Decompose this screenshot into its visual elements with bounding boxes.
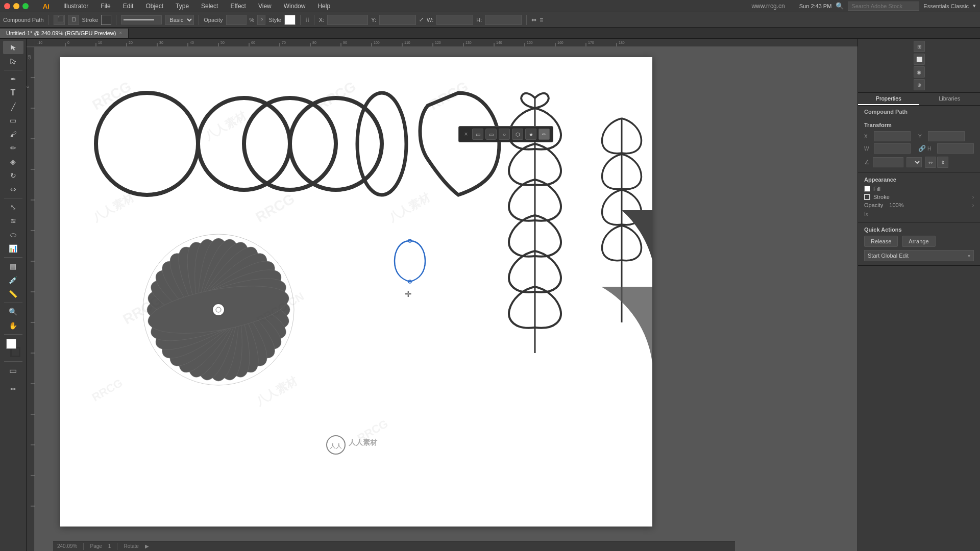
menu-effect[interactable]: Effect [228,2,248,11]
selection-tool[interactable] [3,41,23,54]
path-fill-btn[interactable]: ◻ [68,15,79,25]
status-arrow[interactable]: ▶ [145,543,149,549]
panel-icon-4[interactable]: ⊕ [914,79,925,90]
scale-tool[interactable]: ⤡ [3,201,23,214]
line-tool[interactable]: ╱ [3,100,23,113]
more-tools-btn[interactable]: ••• [3,382,23,395]
x-input[interactable]: 110.447 r [327,15,368,25]
menu-window[interactable]: Window [282,2,308,11]
menu-view[interactable]: View [256,2,274,11]
ft-pencil-btn[interactable]: ✏ [538,129,550,140]
search-adobe-stock[interactable] [848,2,919,11]
stroke-swatch[interactable] [864,194,870,200]
type-tool[interactable]: T [3,86,23,99]
mirror-tool[interactable]: ⇔ [3,183,23,196]
svg-point-85 [216,307,221,312]
chart-tool[interactable]: 📊 [3,242,23,255]
profile-select[interactable]: Basic [165,15,194,25]
active-tab[interactable]: Untitled-1* @ 240.09% (RGB/GPU Preview) … [0,29,129,38]
menu-file[interactable]: File [99,2,112,11]
svg-text:90: 90 [343,41,347,44]
svg-text:-10: -10 [37,41,42,44]
start-global-edit-dropdown[interactable]: Start Global Edit ▾ [864,250,974,261]
tab-properties[interactable]: Properties [858,93,919,105]
blend-tool[interactable]: ⬭ [3,228,23,241]
h-row: 🔗 H 11.345 mm [918,143,974,154]
angle-unit-select[interactable]: ° [906,157,922,167]
ft-rounded-rect-btn[interactable]: ▭ [485,129,497,140]
canvas-area[interactable]: -10 0 10 20 30 40 50 60 [27,39,857,551]
opacity-more-btn[interactable]: › [257,15,265,25]
menu-help[interactable]: Help [315,2,332,11]
hand-tool[interactable]: ✋ [3,319,23,332]
ft-rect-btn[interactable]: ▭ [472,129,483,140]
arrange-button[interactable]: Arrange [902,236,935,247]
h-input[interactable]: 11.345 mm [485,15,522,25]
ft-polygon-btn[interactable]: ⬡ [512,129,523,140]
release-button[interactable]: Release [864,236,898,247]
menu-bar: Ai Illustrator File Edit Object Type Sel… [0,0,980,12]
maximize-button[interactable] [22,3,29,9]
essentials-dropdown-icon[interactable]: ▾ [973,3,976,9]
panel-icon-1[interactable]: ⊞ [914,41,925,52]
zoom-tool[interactable]: 🔍 [3,305,23,318]
stroke-preview[interactable] [121,15,162,24]
ruler-top: -10 0 10 20 30 40 50 60 [27,39,857,47]
w-transform-input[interactable]: 6.802 mm [874,143,911,154]
stroke-color-btn[interactable] [101,15,111,25]
tab-close-btn[interactable]: × [119,30,122,36]
floating-toolbar-close[interactable]: × [462,130,470,138]
tool-divider-5 [4,334,22,335]
stroke-row: Stroke › [864,194,974,200]
x-transform-input[interactable]: 110.447 r [874,131,911,141]
warp-tool[interactable]: ≋ [3,214,23,228]
angle-input[interactable]: 0° [873,157,903,167]
pencil-tool[interactable]: ✏ [3,141,23,155]
fill-swatch[interactable] [864,186,870,192]
left-toolbar: ✒ T ╱ ▭ 🖌 ✏ ◈ ↻ ⇔ ⤡ ≋ ⬭ 📊 ▤ 💉 📏 🔍 ✋ ▭ ••… [0,39,27,551]
screen-mode-btn[interactable]: ▭ [3,364,23,377]
pen-tool[interactable]: ✒ [3,72,23,86]
menu-object[interactable]: Object [143,2,165,11]
link-proportions-icon[interactable]: 🔗 [918,145,926,152]
h-transform-input[interactable]: 11.345 mm [937,143,974,154]
panel-icon-3[interactable]: ◉ [914,66,925,78]
opacity-input[interactable]: 100% [226,15,247,25]
y-transform-label: Y [918,134,926,139]
menu-type[interactable]: Type [174,2,191,11]
ft-circle-btn[interactable]: ○ [499,129,510,140]
eyedropper-tool[interactable]: 💉 [3,273,23,287]
direct-selection-tool[interactable] [3,55,23,68]
opacity-row: Opacity 100% › [864,202,974,208]
svg-text:60: 60 [251,41,255,44]
tab-libraries[interactable]: Libraries [919,93,981,105]
menu-edit[interactable]: Edit [121,2,136,11]
stroke-arrow[interactable]: › [972,194,974,200]
canvas[interactable]: RRCG 八人素材 RRCG RRCG 八人素材 RRCG 八人素材 RRCG … [35,47,857,551]
menu-select[interactable]: Select [199,2,220,11]
opacity-arrow[interactable]: › [972,203,974,208]
w-input[interactable]: 6.802 mm [436,15,473,25]
paintbrush-tool[interactable]: 🖌 [3,128,23,141]
ft-star-btn[interactable]: ★ [525,129,536,140]
w-transform-label: W [864,146,872,152]
gradient-tool[interactable]: ▤ [3,260,23,273]
y-transform-input[interactable]: 52.316 mm [928,131,965,141]
search-icon[interactable]: 🔍 [836,2,844,10]
flip-v-btn[interactable]: ⇕ [937,157,948,168]
y-input[interactable]: 52.316 mm [379,15,416,25]
path-style-btn[interactable]: ⬛ [54,15,65,25]
minimize-button[interactable] [13,3,19,9]
menu-illustrator[interactable]: Illustrator [61,2,90,11]
rotate-tool[interactable]: ↻ [3,169,23,182]
shape-tool[interactable]: ▭ [3,114,23,127]
stroke-label-panel: Stroke [873,194,890,200]
panel-icon-2[interactable]: ⬜ [914,54,925,65]
measure-tool[interactable]: 📏 [3,287,23,300]
close-button[interactable] [4,3,10,9]
fill-color[interactable] [6,339,16,349]
color-boxes[interactable] [4,339,22,357]
flip-h-btn[interactable]: ⇔ [925,157,936,168]
style-swatch[interactable] [284,15,296,25]
eraser-tool[interactable]: ◈ [3,155,23,168]
